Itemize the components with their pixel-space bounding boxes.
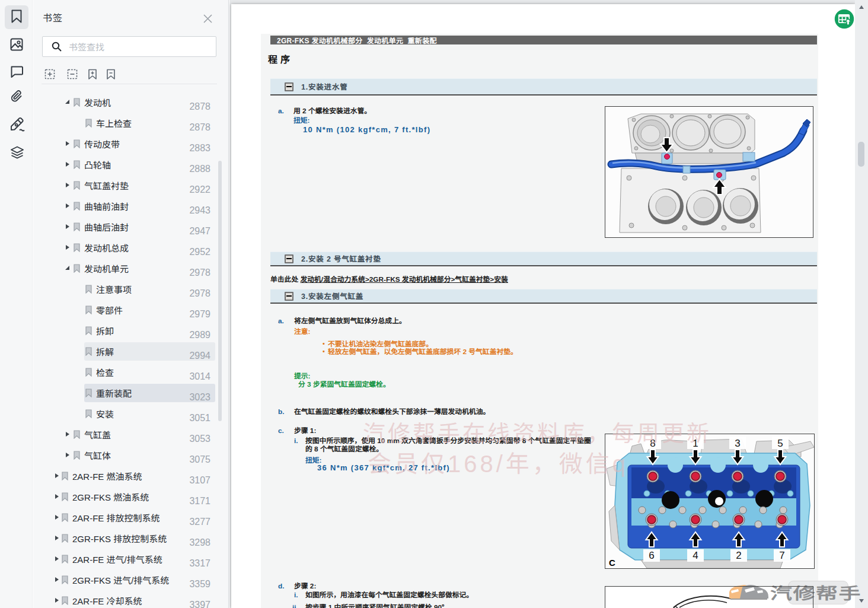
svg-text:C: C: [609, 558, 615, 568]
svg-text:6: 6: [649, 550, 654, 561]
svg-text:5: 5: [777, 438, 783, 449]
svg-text:4: 4: [693, 550, 698, 561]
svg-text:7: 7: [779, 550, 784, 561]
svg-text:2: 2: [736, 550, 741, 561]
svg-text:3: 3: [735, 438, 740, 449]
